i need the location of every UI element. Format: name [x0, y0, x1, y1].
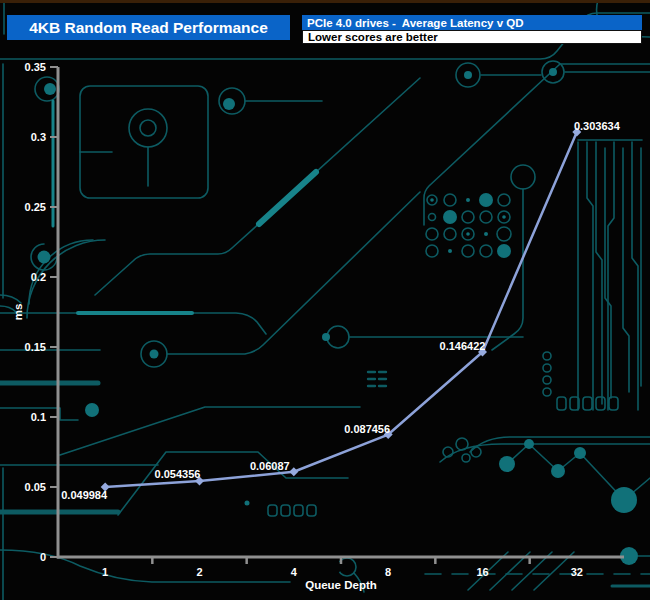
chart-frame: 4KB Random Read Performance PCIe 4.0 dri…: [0, 0, 650, 600]
y-axis-tick-label: 0.35: [25, 61, 46, 73]
y-axis-tick-label: 0.25: [25, 201, 46, 213]
x-axis-tick-label: 1: [102, 566, 108, 578]
x-axis-title: Queue Depth: [305, 579, 377, 591]
x-axis-tick-label: 8: [385, 566, 391, 578]
data-point-label: 0.303634: [574, 120, 621, 132]
data-point-label: 0.054356: [155, 468, 201, 480]
y-axis-tick-label: 0.1: [31, 411, 46, 423]
x-axis-tick-label: 16: [476, 566, 488, 578]
data-point-label: 0.146422: [440, 340, 486, 352]
y-axis-tick-label: 0: [40, 551, 46, 563]
x-axis-tick-label: 32: [571, 566, 583, 578]
x-axis-tick-label: 2: [196, 566, 202, 578]
y-axis-tick-label: 0.15: [25, 341, 46, 353]
y-axis-tick-label: 0.2: [31, 271, 46, 283]
data-point-label: 0.06087: [250, 460, 290, 472]
data-point-marker: [289, 467, 298, 476]
y-axis-tick-label: 0.3: [31, 131, 46, 143]
series-line: [105, 132, 577, 487]
x-axis-tick-label: 4: [291, 566, 298, 578]
latency-line-chart: 00.050.10.150.20.250.30.3512481632Queue …: [0, 0, 650, 600]
data-point-label: 0.087456: [344, 423, 390, 435]
y-axis-title: ms: [12, 304, 24, 321]
data-point-label: 0.049984: [61, 489, 108, 501]
y-axis-tick-label: 0.05: [25, 481, 46, 493]
